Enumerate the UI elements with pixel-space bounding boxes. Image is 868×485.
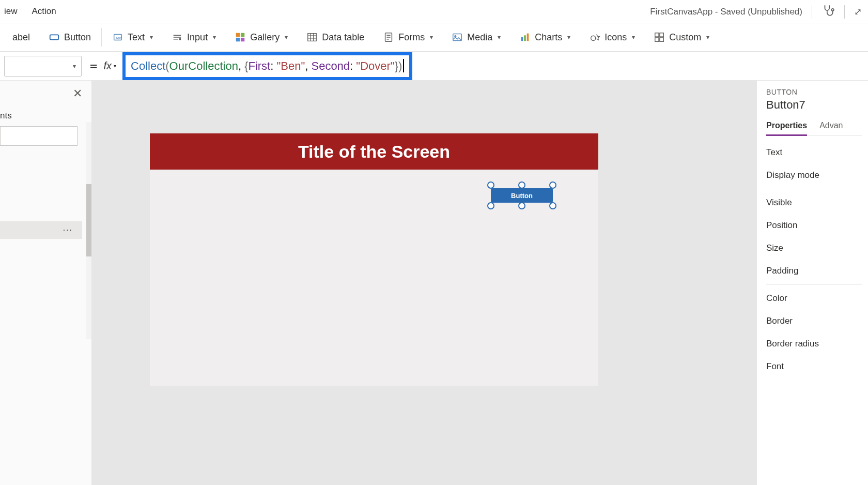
app-checker-icon[interactable] — [822, 4, 835, 20]
charts-icon — [519, 32, 531, 43]
tree-view-tab-label[interactable]: nts — [0, 107, 91, 126]
more-icon[interactable]: ··· — [63, 225, 73, 235]
media-icon — [452, 32, 463, 43]
scrollbar-thumb[interactable] — [86, 184, 91, 256]
chevron-down-icon: ▾ — [632, 34, 635, 41]
svg-rect-14 — [524, 35, 526, 41]
chevron-down-icon: ▾ — [73, 63, 76, 70]
forms-icon — [383, 32, 394, 43]
svg-rect-7 — [236, 38, 240, 41]
chevron-down-icon: ▾ — [498, 34, 501, 41]
screen-title-text: Title of the Screen — [298, 142, 450, 162]
svg-text:Abc: Abc — [115, 36, 122, 40]
formula-input[interactable]: Collect(OurCollection, {First: "Ben", Se… — [131, 59, 404, 73]
separator — [101, 28, 102, 47]
menu-view[interactable]: iew — [4, 6, 18, 17]
scrollbar-track[interactable] — [86, 122, 91, 339]
app-screen[interactable]: Title of the Screen Button — [150, 133, 598, 386]
chevron-down-icon: ▾ — [706, 34, 709, 41]
equals-label: = — [90, 59, 97, 73]
ribbon-label[interactable]: abel — [4, 23, 38, 51]
formula-bar: ▾ = fx ▾ Collect(OurCollection, {First: … — [0, 52, 868, 81]
prop-font[interactable]: Font — [766, 355, 862, 378]
selected-control-frame[interactable]: Button — [491, 185, 553, 206]
ribbon-datatable-label: Data table — [322, 32, 364, 43]
divider — [766, 189, 862, 189]
separator — [844, 5, 845, 19]
ribbon-media[interactable]: Media ▾ — [443, 23, 509, 51]
svg-point-16 — [591, 36, 596, 40]
prop-text[interactable]: Text — [766, 141, 862, 164]
text-caret — [403, 59, 404, 72]
ribbon-custom[interactable]: Custom ▾ — [645, 23, 718, 51]
prop-position[interactable]: Position — [766, 214, 862, 237]
prop-size[interactable]: Size — [766, 237, 862, 260]
svg-point-0 — [832, 9, 834, 11]
app-name-label: FirstCanvasApp - Saved (Unpublished) — [650, 7, 802, 17]
svg-rect-19 — [655, 38, 659, 41]
separator — [812, 5, 812, 19]
ribbon-custom-label: Custom — [669, 32, 701, 43]
resize-handle[interactable] — [487, 181, 494, 189]
resize-handle[interactable] — [549, 202, 556, 209]
ribbon-forms-label: Forms — [398, 32, 425, 43]
ribbon-icons[interactable]: Icons ▾ — [581, 23, 643, 51]
fx-label: fx — [103, 60, 112, 72]
ribbon-datatable[interactable]: Data table — [298, 23, 373, 51]
icons-icon — [589, 32, 600, 43]
tree-search-input[interactable] — [0, 126, 78, 146]
svg-rect-8 — [241, 38, 244, 41]
control-name-label[interactable]: Button7 — [766, 98, 862, 112]
prop-padding[interactable]: Padding — [766, 260, 862, 282]
ribbon-input[interactable]: Input ▾ — [163, 23, 224, 51]
ribbon-button-text: Button — [64, 32, 91, 43]
button-icon — [49, 32, 60, 43]
prop-visible[interactable]: Visible — [766, 191, 862, 214]
svg-rect-20 — [660, 38, 663, 41]
ribbon-gallery-label: Gallery — [250, 32, 280, 43]
close-icon[interactable]: ✕ — [73, 87, 82, 100]
resize-handle[interactable] — [518, 181, 525, 189]
ribbon-label-text: abel — [12, 32, 30, 43]
prop-color[interactable]: Color — [766, 287, 862, 310]
svg-rect-17 — [655, 33, 659, 37]
tree-item-selected[interactable]: ··· — [0, 221, 82, 239]
prop-display-mode[interactable]: Display mode — [766, 164, 862, 187]
menu-action[interactable]: Action — [32, 6, 56, 17]
svg-rect-6 — [241, 33, 244, 37]
ribbon-button[interactable]: Button — [40, 23, 99, 51]
ribbon-charts[interactable]: Charts ▾ — [511, 23, 579, 51]
chevron-down-icon: ▾ — [213, 34, 216, 41]
resize-handle[interactable] — [518, 202, 525, 209]
ribbon-forms[interactable]: Forms ▾ — [375, 23, 441, 51]
properties-panel: BUTTON Button7 Properties Advan Text Dis… — [756, 81, 868, 485]
resize-handle[interactable] — [487, 202, 494, 209]
insert-ribbon: abel Button Abc Text ▾ Input ▾ Gallery ▾… — [0, 23, 868, 52]
chevron-down-icon: ▾ — [430, 34, 433, 41]
expand-icon[interactable]: ⤢ — [854, 6, 862, 18]
tab-properties[interactable]: Properties — [766, 121, 807, 136]
tab-advanced[interactable]: Advan — [819, 121, 843, 135]
prop-border[interactable]: Border — [766, 310, 862, 332]
svg-rect-9 — [308, 34, 317, 41]
prop-border-radius[interactable]: Border radius — [766, 332, 862, 355]
top-menu-bar: iew Action FirstCanvasApp - Saved (Unpub… — [0, 0, 868, 23]
ribbon-media-label: Media — [467, 32, 492, 43]
ribbon-text[interactable]: Abc Text ▾ — [104, 23, 161, 51]
canvas-button-control[interactable]: Button — [491, 188, 553, 203]
divider — [766, 284, 862, 285]
gallery-icon — [235, 32, 246, 43]
svg-rect-18 — [660, 33, 663, 37]
resize-handle[interactable] — [549, 181, 556, 189]
svg-point-4 — [179, 39, 180, 40]
svg-rect-5 — [236, 33, 240, 37]
properties-list: Text Display mode Visible Position Size … — [766, 141, 862, 378]
control-type-label: BUTTON — [766, 88, 862, 96]
chevron-down-icon: ▾ — [114, 63, 116, 69]
ribbon-icons-label: Icons — [605, 32, 627, 43]
fx-button[interactable]: fx ▾ — [103, 60, 116, 72]
ribbon-gallery[interactable]: Gallery ▾ — [226, 23, 296, 51]
canvas-area[interactable]: Title of the Screen Button — [92, 81, 756, 485]
property-selector[interactable]: ▾ — [4, 56, 82, 77]
chevron-down-icon: ▾ — [285, 34, 288, 41]
